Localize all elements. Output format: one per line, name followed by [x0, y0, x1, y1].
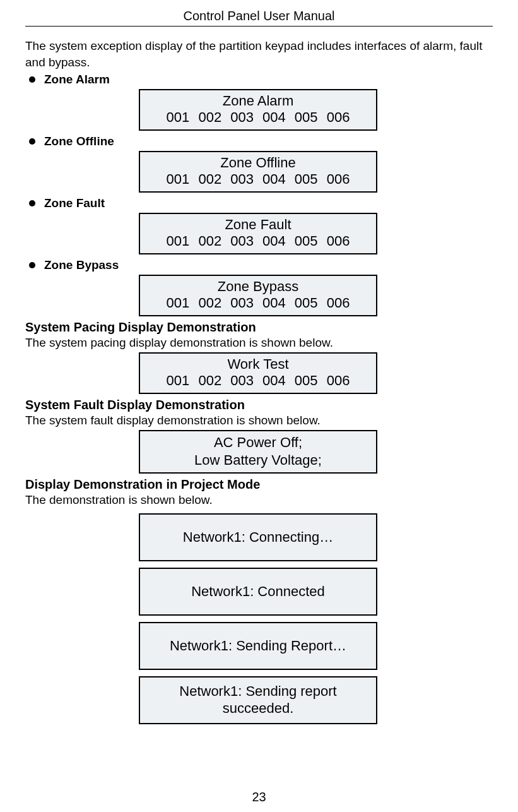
subtext-project-mode: The demonstration is shown below. [25, 493, 493, 507]
display-line: AC Power Off; [214, 434, 302, 451]
display-ac-power: AC Power Off; Low Battery Voltage; [139, 430, 377, 474]
display-codes: 001 002 003 004 005 006 [167, 109, 350, 126]
page-number: 23 [0, 790, 518, 804]
bullet-label: Zone Alarm [44, 73, 110, 87]
heading-fault: System Fault Display Demonstration [25, 398, 493, 412]
document-header-title: Control Panel User Manual [25, 9, 493, 26]
heading-project-mode: Display Demonstration in Project Mode [25, 477, 493, 492]
heading-pacing: System Pacing Display Demonstration [25, 320, 493, 335]
display-title: Zone Alarm [223, 93, 294, 109]
bullet-icon [29, 200, 35, 206]
display-codes: 001 002 003 004 005 006 [167, 373, 350, 389]
display-title: Zone Bypass [218, 278, 298, 295]
display-line: Network1: Sending Report… [170, 637, 346, 655]
display-line: Low Battery Voltage; [194, 451, 322, 469]
display-network-connected: Network1: Connected [139, 568, 377, 616]
bullet-label: Zone Fault [44, 196, 105, 210]
bullet-icon [29, 76, 35, 83]
subtext-pacing: The system pacing display demonstration … [25, 336, 493, 350]
header-divider [25, 26, 493, 27]
display-title: Zone Fault [225, 217, 291, 233]
display-title: Work Test [228, 356, 289, 373]
bullet-label: Zone Offline [44, 134, 114, 148]
display-network-sending: Network1: Sending Report… [139, 622, 377, 670]
display-zone-fault: Zone Fault 001 002 003 004 005 006 [139, 213, 377, 254]
display-network-connecting: Network1: Connecting… [139, 513, 377, 561]
display-zone-alarm: Zone Alarm 001 002 003 004 005 006 [139, 89, 377, 131]
project-mode-stack: Network1: Connecting… Network1: Connecte… [25, 513, 493, 724]
display-zone-offline: Zone Offline 001 002 003 004 005 006 [139, 151, 377, 193]
display-work-test: Work Test 001 002 003 004 005 006 [139, 352, 377, 394]
display-codes: 001 002 003 004 005 006 [167, 295, 350, 311]
bullet-icon [29, 262, 35, 268]
display-line: Network1: Connecting… [183, 528, 333, 546]
display-line: Network1: Sending report [179, 683, 336, 700]
display-network-succeeded: Network1: Sending report succeeded. [139, 676, 377, 724]
subtext-fault: The system fault display demonstration i… [25, 414, 493, 427]
display-codes: 001 002 003 004 005 006 [167, 233, 350, 249]
display-line: Network1: Connected [191, 583, 325, 600]
bullet-zone-bypass: Zone Bypass [25, 258, 493, 272]
bullet-zone-offline: Zone Offline [25, 134, 493, 148]
display-zone-bypass: Zone Bypass 001 002 003 004 005 006 [139, 275, 377, 316]
display-line: succeeded. [223, 700, 294, 717]
display-codes: 001 002 003 004 005 006 [167, 171, 350, 188]
display-title: Zone Offline [220, 155, 295, 171]
bullet-zone-fault: Zone Fault [25, 196, 493, 210]
bullet-label: Zone Bypass [44, 258, 119, 272]
bullet-icon [29, 138, 35, 145]
intro-paragraph: The system exception display of the part… [25, 38, 493, 70]
bullet-zone-alarm: Zone Alarm [25, 73, 493, 87]
